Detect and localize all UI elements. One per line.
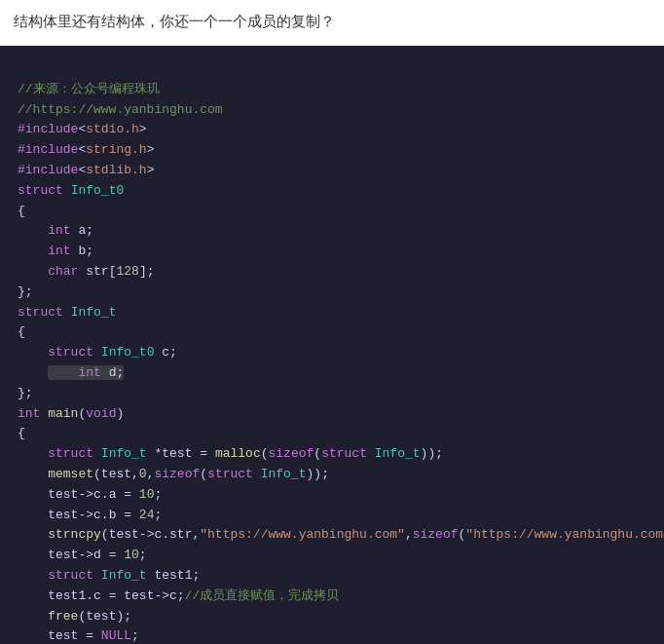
intro-text: 结构体里还有结构体，你还一个一个成员的复制？ — [0, 0, 664, 46]
code-block: //来源：公众号编程珠玑 //https://www.yanbinghu.com… — [0, 59, 664, 644]
code-block-wrapper: //来源：公众号编程珠玑 //https://www.yanbinghu.com… — [0, 46, 664, 644]
page-container: 结构体里还有结构体，你还一个一个成员的复制？ //来源：公众号编程珠玑 //ht… — [0, 0, 664, 644]
